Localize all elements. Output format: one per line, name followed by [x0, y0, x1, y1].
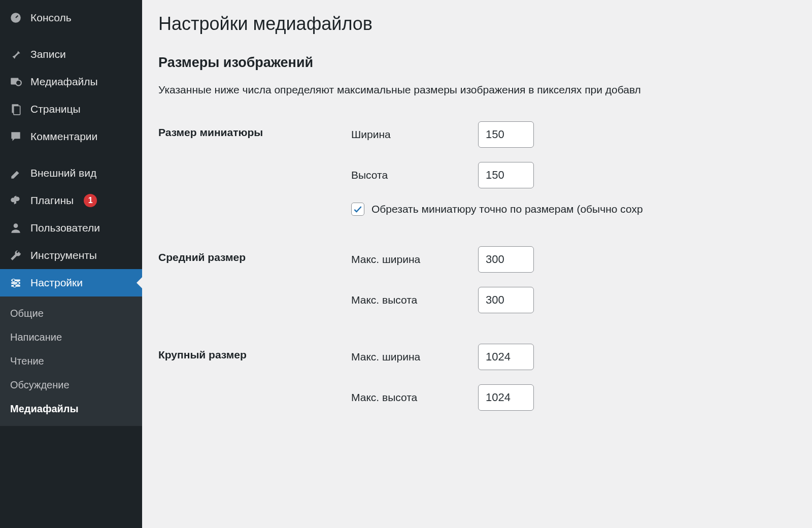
sidebar-item-comments[interactable]: Комментарии: [0, 123, 142, 150]
update-badge: 1: [84, 194, 97, 207]
sidebar-item-settings[interactable]: Настройки: [0, 269, 142, 296]
medium-size-row: Средний размер Макс. ширина Макс. высота: [158, 246, 812, 313]
large-height-input[interactable]: [478, 384, 534, 411]
large-heading: Крупный размер: [158, 344, 351, 361]
sidebar-item-label: Страницы: [30, 103, 81, 115]
svg-point-5: [14, 223, 18, 228]
sidebar-item-posts[interactable]: Записи: [0, 41, 142, 68]
svg-rect-4: [14, 106, 20, 115]
submenu-item-discussion[interactable]: Обсуждение: [0, 373, 142, 397]
thumbnail-height-input[interactable]: [478, 162, 534, 188]
sidebar-item-label: Записи: [30, 48, 66, 60]
users-icon: [9, 221, 22, 235]
submenu-item-general[interactable]: Общие: [0, 302, 142, 325]
settings-submenu: Общие Написание Чтение Обсуждение Медиаф…: [0, 296, 142, 426]
media-icon: [9, 75, 22, 88]
pages-icon: [9, 103, 22, 116]
main-content: Настройки медиафайлов Размеры изображени…: [142, 0, 812, 528]
thumbnail-height-label: Высота: [351, 169, 478, 181]
check-icon: [353, 204, 363, 214]
plugins-icon: [9, 194, 22, 207]
large-width-label: Макс. ширина: [351, 351, 478, 363]
svg-point-10: [17, 282, 19, 284]
submenu-item-reading[interactable]: Чтение: [0, 349, 142, 373]
sidebar-item-pages[interactable]: Страницы: [0, 95, 142, 123]
sidebar-item-label: Инструменты: [30, 249, 97, 261]
svg-point-11: [13, 284, 16, 287]
sidebar-item-label: Плагины: [30, 194, 74, 207]
sidebar-item-dashboard[interactable]: Консоль: [0, 4, 142, 31]
submenu-item-writing[interactable]: Написание: [0, 325, 142, 349]
sidebar-item-label: Консоль: [30, 12, 72, 24]
medium-height-input[interactable]: [478, 287, 534, 313]
tools-icon: [9, 249, 22, 262]
pin-icon: [9, 48, 22, 61]
svg-point-2: [16, 80, 21, 86]
large-size-row: Крупный размер Макс. ширина Макс. высота: [158, 344, 812, 411]
page-title: Настройки медиафайлов: [158, 13, 812, 35]
sidebar-item-label: Медиафайлы: [30, 76, 98, 88]
settings-icon: [9, 276, 22, 289]
sidebar-item-label: Настройки: [30, 277, 83, 289]
sidebar-item-label: Внешний вид: [30, 167, 96, 179]
sidebar-item-label: Пользователи: [30, 222, 100, 234]
submenu-item-media[interactable]: Медиафайлы: [0, 397, 142, 421]
thumbnail-crop-label: Обрезать миниатюру точно по размерам (об…: [371, 203, 643, 215]
thumbnail-width-label: Ширина: [351, 128, 478, 141]
sidebar-item-plugins[interactable]: Плагины 1: [0, 187, 142, 214]
thumbnail-heading: Размер миниатюры: [158, 121, 351, 139]
comments-icon: [9, 130, 22, 143]
thumbnail-crop-checkbox[interactable]: [351, 203, 364, 216]
thumbnail-size-row: Размер миниатюры Ширина Высота Об: [158, 121, 812, 216]
sidebar-item-media[interactable]: Медиафайлы: [0, 68, 142, 95]
large-width-input[interactable]: [478, 344, 534, 370]
svg-point-9: [12, 279, 15, 281]
medium-width-label: Макс. ширина: [351, 253, 478, 266]
medium-height-label: Макс. высота: [351, 294, 478, 306]
medium-width-input[interactable]: [478, 246, 534, 273]
thumbnail-width-input[interactable]: [478, 121, 534, 148]
section-title: Размеры изображений: [158, 55, 812, 71]
section-description: Указанные ниже числа определяют максимал…: [158, 84, 812, 96]
sidebar-item-label: Комментарии: [30, 130, 97, 143]
sidebar-item-appearance[interactable]: Внешний вид: [0, 159, 142, 187]
sidebar-item-tools[interactable]: Инструменты: [0, 242, 142, 269]
large-height-label: Макс. высота: [351, 391, 478, 404]
appearance-icon: [9, 167, 22, 180]
medium-heading: Средний размер: [158, 246, 351, 263]
sidebar-item-users[interactable]: Пользователи: [0, 214, 142, 242]
admin-sidebar: Консоль Записи Медиафайлы Страницы: [0, 0, 142, 528]
dashboard-icon: [9, 11, 22, 24]
